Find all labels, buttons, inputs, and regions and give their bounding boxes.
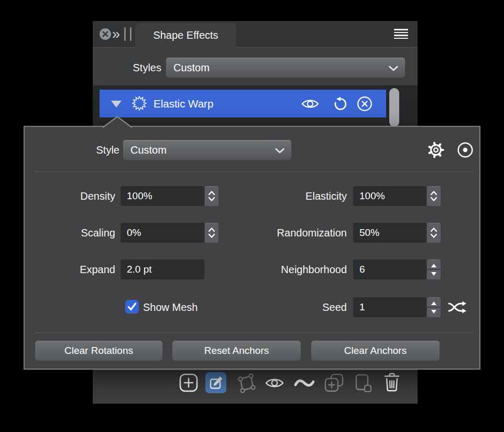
show-mesh-checkbox[interactable] bbox=[125, 300, 139, 314]
panel-header: » Shape Effects bbox=[93, 21, 418, 48]
tab-shape-effects[interactable]: Shape Effects bbox=[135, 23, 236, 48]
close-icon[interactable] bbox=[100, 28, 111, 40]
styles-dropdown[interactable]: Custom bbox=[166, 58, 405, 78]
style-label: Style bbox=[25, 140, 119, 160]
divider bbox=[35, 332, 474, 333]
reset-undo-icon[interactable] bbox=[333, 90, 348, 117]
expand-label: Expand bbox=[25, 260, 115, 279]
effect-name: Elastic Warp bbox=[154, 90, 213, 117]
clear-anchors-button[interactable]: Clear Anchors bbox=[311, 341, 440, 361]
gear-icon[interactable] bbox=[426, 140, 446, 160]
elasticity-label: Elasticity bbox=[224, 186, 347, 206]
clear-rotations-button[interactable]: Clear Rotations bbox=[35, 341, 162, 361]
warp-wave-icon[interactable] bbox=[294, 379, 315, 388]
grip-bars[interactable] bbox=[124, 27, 133, 41]
remove-circle-x-icon[interactable] bbox=[357, 90, 372, 117]
reset-anchors-button[interactable]: Reset Anchors bbox=[172, 341, 301, 361]
elastic-warp-popover: Style Custom Density bbox=[24, 126, 480, 370]
shuffle-icon[interactable] bbox=[447, 300, 467, 314]
density-label: Density bbox=[25, 186, 115, 206]
screen: » Shape Effects Styles Custom Elastic Wa… bbox=[0, 0, 504, 432]
visibility-eye-icon[interactable] bbox=[265, 376, 284, 390]
trash-icon[interactable] bbox=[384, 372, 400, 393]
elasticity-field[interactable]: 100% bbox=[353, 186, 426, 206]
neighborhood-stepper[interactable] bbox=[427, 260, 441, 279]
seed-stepper[interactable] bbox=[427, 297, 441, 317]
mesh-polygon-icon[interactable] bbox=[235, 373, 256, 394]
randomization-stepper[interactable] bbox=[427, 223, 441, 243]
density-stepper[interactable] bbox=[205, 186, 218, 206]
density-field[interactable]: 100% bbox=[120, 186, 204, 206]
record-dot-icon[interactable] bbox=[456, 141, 474, 159]
chevron-down-icon bbox=[275, 144, 284, 156]
duplicate-icon[interactable] bbox=[324, 372, 345, 393]
neighborhood-field[interactable]: 6 bbox=[353, 260, 426, 279]
expand-field[interactable]: 2.0 pt bbox=[120, 260, 204, 279]
style-dropdown-value: Custom bbox=[130, 144, 167, 156]
randomization-label: Randomization bbox=[224, 223, 347, 243]
menu-icon[interactable] bbox=[394, 29, 408, 40]
chevron-down-icon bbox=[389, 62, 398, 74]
styles-label: Styles bbox=[114, 58, 161, 78]
elasticity-stepper[interactable] bbox=[427, 186, 441, 206]
seed-label: Seed bbox=[224, 297, 347, 317]
scaling-label: Scaling bbox=[25, 223, 115, 243]
styles-dropdown-value: Custom bbox=[173, 62, 210, 74]
disclosure-triangle[interactable] bbox=[111, 101, 122, 107]
edit-mesh-icon[interactable] bbox=[205, 372, 226, 393]
add-effect-icon[interactable] bbox=[179, 373, 199, 393]
scaling-field[interactable]: 0% bbox=[120, 223, 204, 243]
copy-style-icon[interactable] bbox=[353, 373, 372, 393]
neighborhood-label: Neighborhood bbox=[224, 260, 347, 279]
scrollbar-thumb[interactable] bbox=[389, 88, 399, 127]
popover-arrow bbox=[103, 115, 132, 128]
visibility-eye-icon[interactable] bbox=[301, 90, 319, 117]
randomization-field[interactable]: 50% bbox=[353, 223, 426, 243]
seed-field[interactable]: 1 bbox=[353, 297, 426, 317]
effect-row-elastic-warp[interactable]: Elastic Warp bbox=[100, 90, 386, 117]
tab-title: Shape Effects bbox=[153, 29, 218, 41]
divider bbox=[35, 171, 474, 172]
starburst-effect-icon bbox=[132, 96, 147, 113]
scaling-stepper[interactable] bbox=[205, 223, 218, 243]
collapse-chevrons-icon[interactable]: » bbox=[112, 24, 120, 44]
style-dropdown[interactable]: Custom bbox=[123, 140, 291, 160]
toolbar-divider bbox=[93, 370, 418, 371]
